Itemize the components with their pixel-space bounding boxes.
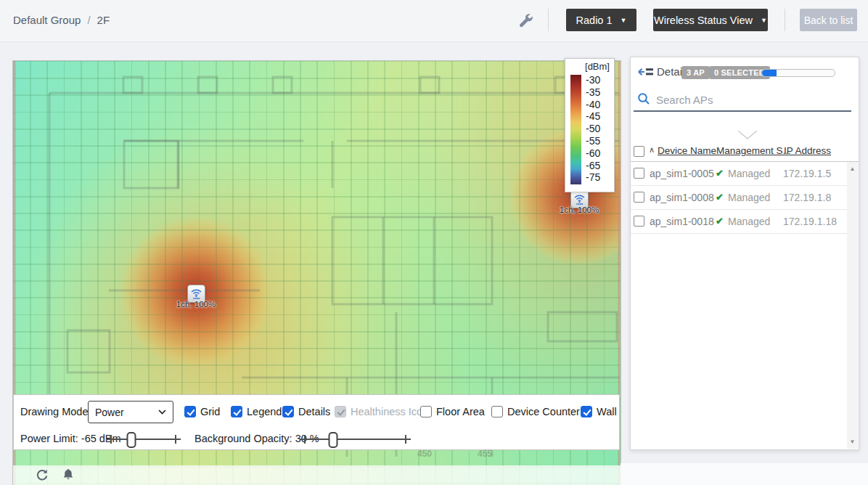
- legend-tick: -75: [586, 171, 612, 184]
- sort-ascending-icon[interactable]: ∧: [649, 145, 655, 155]
- icon-size-slider-fill: [762, 70, 777, 76]
- legend-tick: -30: [586, 74, 612, 86]
- legend-tick: -35: [586, 86, 612, 99]
- managed-check-icon: ✔: [716, 168, 724, 179]
- management-status: Managed: [728, 216, 770, 227]
- row-checkbox[interactable]: [634, 192, 644, 203]
- checkbox-box: [581, 406, 592, 417]
- checkbox-label: Wall: [597, 406, 617, 417]
- chevron-down-icon: ▼: [761, 17, 767, 24]
- checkbox-label: Legend: [247, 406, 282, 417]
- chevron-down-icon: ▼: [621, 17, 627, 24]
- breadcrumb-group-link[interactable]: Default Group: [13, 14, 81, 26]
- drawing-mode-select[interactable]: Power: [88, 401, 173, 423]
- wrench-icon[interactable]: [518, 12, 534, 28]
- details-panel: Details 3 AP 0 SELECTED ∧ Device Name Ma…: [630, 57, 859, 450]
- checkbox-device-counter[interactable]: Device Counter: [491, 406, 580, 417]
- ip-address: 172.19.1.8: [783, 192, 831, 203]
- legend-tick: -55: [586, 135, 612, 147]
- slider-end-tick: [304, 435, 306, 444]
- checkbox-label: Device Counter: [507, 406, 580, 417]
- ip-address: 172.19.1.18: [783, 216, 837, 227]
- wifi-icon: [190, 288, 202, 300]
- checkbox-label: Details: [298, 406, 330, 417]
- checkbox-box: [335, 406, 346, 417]
- view-select-label: Wireless Status View: [654, 15, 753, 26]
- managed-check-icon: ✔: [716, 192, 724, 203]
- legend-tick: -60: [586, 147, 612, 160]
- collapse-left-icon[interactable]: [638, 66, 654, 78]
- checkbox-box: [420, 406, 432, 417]
- managed-check-icon: ✔: [716, 216, 724, 227]
- slider-track[interactable]: [300, 439, 411, 440]
- device-name: ap_sim1-0008: [650, 192, 714, 203]
- search-input[interactable]: [655, 91, 824, 108]
- refresh-icon[interactable]: [35, 468, 49, 482]
- row-checkbox[interactable]: [634, 168, 644, 179]
- drawing-mode-value: Power: [95, 407, 124, 418]
- legend-title: [dBm]: [585, 61, 610, 72]
- checkbox-box: [491, 406, 503, 417]
- chevron-down-icon: [158, 409, 166, 415]
- slider-end-tick: [175, 435, 176, 444]
- background-opacity-slider[interactable]: [300, 432, 411, 447]
- legend-tick: -65: [586, 160, 612, 172]
- checkbox-wall[interactable]: Wall: [581, 406, 617, 417]
- table-row[interactable]: ap_sim1-0008 ✔ Managed 172.19.1.8: [631, 186, 848, 210]
- checkbox-details[interactable]: Details: [282, 406, 330, 417]
- dbm-legend-panel: [dBm] -30 -35 -40 -45 -50 -55 -60 -65 -7…: [565, 58, 615, 192]
- scroll-up-icon[interactable]: ▲: [847, 166, 858, 172]
- radio-select-label: Radio 1: [576, 15, 613, 26]
- ap-label: 1ch, 100%: [176, 300, 216, 309]
- slider-track[interactable]: [106, 439, 181, 440]
- bell-icon[interactable]: [61, 468, 75, 482]
- select-all-checkbox[interactable]: [634, 146, 644, 157]
- legend-tick: -40: [586, 99, 612, 111]
- breadcrumb-separator: /: [87, 14, 90, 26]
- checkbox-box: [184, 406, 196, 417]
- table-row[interactable]: ap_sim1-0005 ✔ Managed 172.19.1.5: [631, 162, 848, 186]
- checkbox-floor-area[interactable]: Floor Area: [420, 406, 485, 417]
- table-scrollbar[interactable]: ▲ ▼: [847, 162, 858, 449]
- header-management-status[interactable]: Management S...: [716, 145, 791, 156]
- scroll-down-icon[interactable]: ▼: [847, 439, 858, 445]
- icon-size-slider[interactable]: [761, 69, 835, 77]
- search-underline: [634, 110, 851, 112]
- checkbox-grid[interactable]: Grid: [184, 406, 220, 417]
- slider-thumb[interactable]: [328, 432, 337, 448]
- slider-end-tick: [110, 435, 112, 444]
- checkbox-legend[interactable]: Legend: [231, 406, 282, 417]
- toolbar-separator: [548, 9, 549, 31]
- table-row[interactable]: ap_sim1-0018 ✔ Managed 172.19.1.18: [631, 210, 848, 234]
- power-limit-slider[interactable]: [106, 432, 181, 447]
- bottom-background-strip: [621, 463, 868, 485]
- checkbox-label: Floor Area: [436, 406, 485, 417]
- device-name: ap_sim1-0005: [650, 168, 714, 179]
- ap-count-badge: 3 AP: [681, 66, 710, 79]
- checkbox-label: Grid: [200, 406, 220, 417]
- floorplan-dim-label: 450: [417, 449, 432, 459]
- toolbar-separator: [785, 9, 785, 31]
- legend-tick-labels: -30 -35 -40 -45 -50 -55 -60 -65 -75: [586, 74, 612, 184]
- checkbox-box: [282, 406, 294, 417]
- ip-address: 172.19.1.5: [783, 168, 831, 179]
- checkbox-box: [231, 406, 242, 417]
- wireless-status-page: Default Group / 2F Radio 1 ▼ Wireless St…: [0, 0, 868, 485]
- header-device-name[interactable]: Device Name: [658, 145, 716, 156]
- wifi-icon: [573, 193, 586, 205]
- map-bottom-toolbar: [13, 465, 621, 485]
- drawing-mode-label: Drawing Mode:: [20, 406, 91, 417]
- breadcrumb-floor: 2F: [97, 14, 110, 26]
- breadcrumb: Default Group / 2F: [13, 14, 110, 26]
- header-ip-address[interactable]: IP Address: [784, 145, 831, 156]
- radio-select-button[interactable]: Radio 1 ▼: [566, 9, 636, 31]
- panel-collapse-chevron[interactable]: [738, 131, 757, 140]
- search-icon: [637, 92, 650, 105]
- legend-tick: -50: [586, 123, 612, 135]
- legend-tick: -45: [586, 110, 612, 123]
- view-select-button[interactable]: Wireless Status View ▼: [653, 9, 768, 31]
- row-checkbox[interactable]: [634, 216, 644, 227]
- slider-thumb[interactable]: [127, 432, 136, 448]
- drawing-controls-panel: Drawing Mode: Power Grid Legend Details …: [13, 394, 620, 450]
- back-to-list-button[interactable]: Back to list: [800, 9, 857, 31]
